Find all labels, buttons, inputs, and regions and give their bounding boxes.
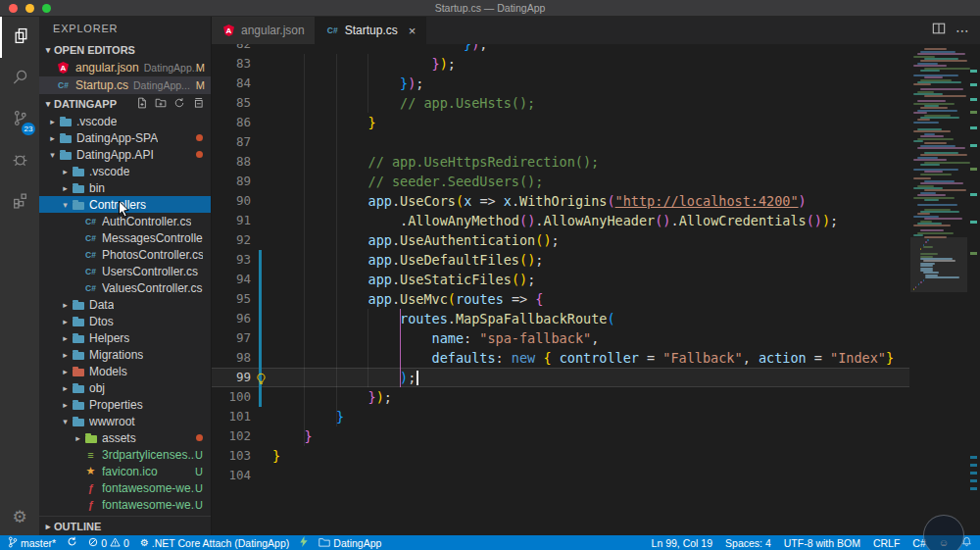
code-line-92[interactable]: 92 app.UseAuthentication(); xyxy=(212,230,909,250)
tree-item-properties[interactable]: ▸Properties xyxy=(39,396,211,413)
code-line-90[interactable]: 90 app.UseCors(x => x.WithOrigins("http:… xyxy=(212,191,909,211)
tree-item-migrations[interactable]: ▸Migrations xyxy=(39,346,211,363)
cursor-position-status[interactable]: Ln 99, Col 19 xyxy=(652,537,712,549)
tree-item-favicon-ico[interactable]: ★favicon.icoU xyxy=(39,463,211,479)
minimize-window-button[interactable] xyxy=(25,4,34,13)
tree-item-userscontroller-cs[interactable]: C#UsersController.cs xyxy=(39,263,211,279)
code-line-88[interactable]: 88 // app.UseHttpsRedirection(); xyxy=(212,152,909,172)
open-editors-header[interactable]: ▾ OPEN EDITORS xyxy=(39,40,211,59)
line-number[interactable]: 88 xyxy=(212,152,251,172)
line-number[interactable]: 83 xyxy=(212,54,251,74)
line-number[interactable]: 100 xyxy=(212,387,251,407)
line-number[interactable]: 103 xyxy=(212,446,251,466)
code-line-99[interactable]: 99 ); xyxy=(212,368,909,387)
line-number[interactable]: 84 xyxy=(212,74,251,93)
branch-status[interactable]: master* xyxy=(8,536,56,550)
line-number[interactable]: 90 xyxy=(212,191,251,211)
folder-status[interactable]: DatingApp xyxy=(318,537,381,549)
line-number[interactable]: 85 xyxy=(212,93,251,113)
tree-item-obj[interactable]: ▸obj xyxy=(39,379,211,396)
split-editor-button[interactable] xyxy=(932,22,946,39)
line-number[interactable]: 102 xyxy=(212,426,251,446)
encoding-status[interactable]: UTF-8 with BOM xyxy=(784,537,860,549)
manage-button[interactable]: ⚙ xyxy=(0,498,39,535)
line-number[interactable]: 93 xyxy=(212,250,251,270)
tree-item-fontawesome-we[interactable]: ƒfontawesome-we...U xyxy=(39,479,211,496)
code-line-95[interactable]: 95 app.UseMvc(routes => { xyxy=(212,289,909,309)
line-number[interactable]: 97 xyxy=(212,328,251,348)
tree-item-3rdpartylicenses[interactable]: ≡3rdpartylicenses...U xyxy=(39,446,211,463)
tree-item-bin[interactable]: ▸bin xyxy=(39,179,211,196)
line-number[interactable]: 104 xyxy=(212,466,251,485)
line-number[interactable]: 95 xyxy=(212,289,251,309)
tree-item-wwwroot[interactable]: ▾wwwroot xyxy=(39,413,211,429)
code-line-93[interactable]: 93 app.UseDefaultFiles(); xyxy=(212,250,909,270)
new-folder-button[interactable] xyxy=(155,97,167,111)
problems-status[interactable]: 0 0 xyxy=(88,537,129,549)
code-line-84[interactable]: 84 }); xyxy=(212,74,909,93)
source-control-activity-button[interactable]: 23 xyxy=(0,99,39,140)
project-header[interactable]: ▾ DATINGAPP xyxy=(39,94,211,113)
tree-item-dtos[interactable]: ▸Dtos xyxy=(39,313,211,329)
code-line-82[interactable]: 82 }); xyxy=(212,44,909,54)
tree-item-messagescontroller-cs[interactable]: C#MessagesController.cs xyxy=(39,229,211,246)
tree-item-assets[interactable]: ▸assets xyxy=(39,429,211,446)
line-number[interactable]: 92 xyxy=(212,230,251,250)
debug-config-status[interactable]: ⚙ .NET Core Attach (DatingApp) xyxy=(140,537,289,549)
code-line-102[interactable]: 102 } xyxy=(212,426,909,446)
outline-header[interactable]: ▸ OUTLINE xyxy=(39,516,211,535)
collapse-all-button[interactable] xyxy=(192,97,204,111)
tree-item-vscode[interactable]: ▸.vscode xyxy=(39,163,211,179)
line-number[interactable]: 96 xyxy=(212,309,251,328)
code-line-89[interactable]: 89 // seeder.SeedUsers(); xyxy=(212,172,909,191)
tree-item-valuescontroller-cs[interactable]: C#ValuesController.cs xyxy=(39,279,211,296)
line-number[interactable]: 94 xyxy=(212,270,251,289)
search-activity-button[interactable] xyxy=(0,58,39,99)
maximize-window-button[interactable] xyxy=(42,4,51,13)
code-line-101[interactable]: 101 } xyxy=(212,407,909,426)
tree-item-photoscontroller-cs[interactable]: C#PhotosController.cs xyxy=(39,246,211,263)
more-actions-button[interactable]: ⋯ xyxy=(956,23,970,38)
tab-startup-cs[interactable]: C#Startup.cs× xyxy=(316,17,427,44)
code-line-91[interactable]: 91 .AllowAnyMethod().AllowAnyHeader().Al… xyxy=(212,211,909,230)
code-line-104[interactable]: 104 xyxy=(212,466,909,485)
close-window-button[interactable] xyxy=(9,4,18,13)
tree-item-fontawesome-we[interactable]: ƒfontawesome-we...U xyxy=(39,496,211,513)
sync-button[interactable] xyxy=(67,536,77,549)
code-line-87[interactable]: 87 xyxy=(212,132,909,152)
tree-item-helpers[interactable]: ▸Helpers xyxy=(39,329,211,346)
tree-item-vscode[interactable]: ▸.vscode xyxy=(39,113,211,129)
code-line-98[interactable]: 98 defaults: new { controller = "Fallbac… xyxy=(212,348,909,368)
line-number[interactable]: 89 xyxy=(212,172,251,191)
code-line-103[interactable]: 103} xyxy=(212,446,909,466)
tree-item-models[interactable]: ▸Models xyxy=(39,363,211,379)
extensions-activity-button[interactable] xyxy=(0,181,39,223)
open-editor-startup-cs[interactable]: C#Startup.csDatingApp...M xyxy=(39,76,211,94)
code-line-94[interactable]: 94 app.UseStaticFiles(); xyxy=(212,270,909,289)
code-line-83[interactable]: 83 }); xyxy=(212,54,909,74)
line-number[interactable]: 82 xyxy=(212,44,251,54)
line-number[interactable]: 87 xyxy=(212,132,251,152)
new-file-button[interactable] xyxy=(136,97,148,111)
refresh-button[interactable] xyxy=(173,97,185,111)
code-line-97[interactable]: 97 name: "spa-fallback", xyxy=(212,328,909,348)
code-editor[interactable]: 82 });83 });84 });85 // app.UseHsts();86… xyxy=(212,44,980,535)
code-line-100[interactable]: 100 }); xyxy=(212,387,909,407)
tree-item-data[interactable]: ▸Data xyxy=(39,296,211,313)
line-number[interactable]: 99 xyxy=(212,368,251,387)
minimap[interactable] xyxy=(910,44,967,535)
line-number[interactable]: 101 xyxy=(212,407,251,426)
code-line-86[interactable]: 86 } xyxy=(212,113,909,132)
line-number[interactable]: 91 xyxy=(212,211,251,230)
explorer-activity-button[interactable] xyxy=(0,17,39,58)
title-bar[interactable]: Startup.cs — DatingApp xyxy=(0,0,980,17)
open-editor-angular-json[interactable]: Aangular.jsonDatingApp...M xyxy=(39,59,211,76)
code-line-96[interactable]: 96 routes.MapSpaFallbackRoute( xyxy=(212,309,909,328)
line-number[interactable]: 98 xyxy=(212,348,251,368)
live-indicator[interactable] xyxy=(300,536,308,549)
indentation-status[interactable]: Spaces: 4 xyxy=(725,537,771,549)
tab-angular-json[interactable]: Aangular.json xyxy=(212,17,316,44)
minimap-viewport[interactable] xyxy=(910,237,967,292)
code-line-85[interactable]: 85 // app.UseHsts(); xyxy=(212,93,909,113)
lightbulb-icon[interactable] xyxy=(255,371,268,390)
